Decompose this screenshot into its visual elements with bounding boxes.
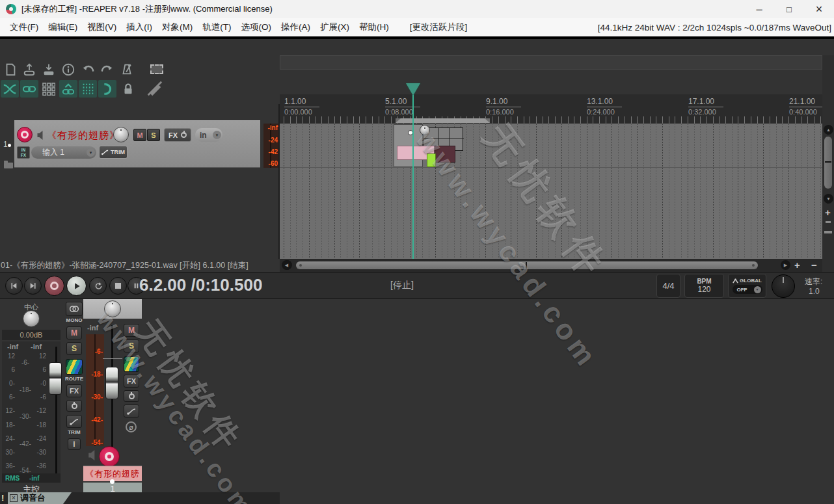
menu-extensions[interactable]: 扩展(X): [320, 21, 349, 33]
hscroll-thumb[interactable]: [296, 261, 758, 269]
transport-position[interactable]: 6.2.00 /0:10.500: [139, 275, 262, 295]
notification-warning[interactable]: !: [1, 493, 4, 503]
save-project-button[interactable]: [40, 60, 58, 78]
arrange-view[interactable]: [280, 124, 822, 259]
close-button[interactable]: ×: [804, 0, 834, 18]
scroll-right-button[interactable]: ▶: [781, 260, 790, 270]
solo-button[interactable]: S: [147, 129, 160, 141]
track-meter[interactable]: -inf -24 -42 -60: [263, 124, 278, 168]
master-mute-button[interactable]: M: [66, 326, 82, 339]
redo-button[interactable]: [98, 60, 116, 78]
stop-button[interactable]: [109, 277, 127, 295]
track-solo-button[interactable]: S: [124, 339, 139, 352]
track-fx-power-button[interactable]: [124, 390, 139, 402]
maximize-button[interactable]: □: [774, 0, 804, 18]
project-settings-button[interactable]: [59, 60, 77, 78]
menu-edit[interactable]: 编辑(E): [48, 21, 77, 33]
speaker-icon[interactable]: [87, 450, 98, 460]
loop-selection[interactable]: [396, 118, 490, 123]
scroll-down-button[interactable]: ▼: [824, 194, 833, 204]
track-route-button[interactable]: [124, 356, 139, 372]
track-fader[interactable]: [105, 367, 118, 399]
global-automation-button[interactable]: GLOBAL OFF ▼: [728, 274, 766, 298]
master-route-button[interactable]: [66, 359, 83, 375]
zoom-out-button[interactable]: −: [811, 259, 817, 271]
track-mute-button[interactable]: M: [124, 324, 139, 337]
audio-device-status[interactable]: [44.1kHz 24bit WAV : 2/2ch 1024spls ~0.0…: [598, 23, 831, 33]
draw-disabled-button[interactable]: [145, 79, 163, 96]
global-off-dropdown[interactable]: OFF ▼: [733, 285, 762, 294]
grid-dots-button[interactable]: [40, 80, 58, 98]
go-to-start-button[interactable]: [5, 277, 23, 295]
vscroll-thumb[interactable]: [824, 137, 832, 189]
marquee-select-button[interactable]: [148, 60, 166, 78]
pan-knob[interactable]: [113, 127, 129, 142]
fx-power-icon[interactable]: [181, 132, 187, 138]
rate-value[interactable]: 1.0: [809, 287, 820, 296]
minimize-button[interactable]: ─: [744, 0, 774, 18]
track-envelope-button[interactable]: [124, 405, 139, 418]
menu-insert[interactable]: 插入(I): [126, 21, 152, 33]
new-project-button[interactable]: [1, 60, 20, 78]
fx-button[interactable]: FX: [164, 128, 191, 142]
master-fx-button[interactable]: FX: [66, 384, 82, 397]
speaker-icon[interactable]: [36, 131, 46, 140]
vertical-scrollbar[interactable]: ▲ ▼ +: [822, 55, 834, 272]
record-button[interactable]: [44, 276, 64, 296]
track-record-arm-button[interactable]: [99, 446, 120, 467]
timeline-ruler[interactable]: 1.1.000:00.000 5.1.000:08.000 9.1.000:16…: [280, 94, 822, 124]
track-pan-knob[interactable]: [104, 300, 121, 317]
master-volume-readout[interactable]: 0.00dB: [2, 330, 61, 340]
folder-icon[interactable]: [4, 163, 13, 168]
track-fx-button[interactable]: FX: [124, 375, 139, 388]
master-info-button[interactable]: i: [68, 438, 81, 450]
track-select-dot[interactable]: [8, 144, 11, 147]
ripple-edit-button[interactable]: [59, 80, 77, 98]
lock-toggle-button[interactable]: [119, 80, 137, 98]
master-solo-button[interactable]: S: [66, 342, 82, 355]
media-item[interactable]: [427, 153, 436, 167]
master-mono-button[interactable]: [66, 302, 83, 316]
menu-file[interactable]: 文件(F): [10, 21, 38, 33]
bpm-button[interactable]: BPM 120: [684, 274, 724, 298]
loop-start-handle[interactable]: [396, 118, 401, 123]
open-project-button[interactable]: [20, 60, 38, 78]
playrate-knob[interactable]: [772, 274, 795, 298]
undo-button[interactable]: [79, 60, 97, 78]
master-envelope-button[interactable]: [66, 415, 82, 428]
media-item[interactable]: [435, 146, 455, 163]
horizontal-scrollbar[interactable]: ◀ ▶ + −: [280, 259, 822, 272]
track-1-panel[interactable]: 《有形的翅膀》 M S FX in ▼ INFX 输入 1 ▼: [14, 120, 260, 168]
dock-close-icon[interactable]: ×: [10, 494, 18, 502]
menu-help[interactable]: 帮助(H): [359, 21, 389, 33]
track-phase-button[interactable]: ø: [126, 421, 137, 432]
vzoom-out-small-button[interactable]: [826, 221, 831, 223]
input-monitor-button[interactable]: in ▼: [195, 128, 222, 142]
zoom-in-button[interactable]: +: [794, 259, 800, 271]
repeat-button[interactable]: [89, 277, 107, 295]
grid-lines-toggle-button[interactable]: [79, 80, 97, 98]
menu-view[interactable]: 视图(V): [87, 21, 116, 33]
play-button[interactable]: [66, 276, 87, 296]
loop-end-handle[interactable]: [485, 118, 490, 123]
menu-track[interactable]: 轨道(T): [202, 21, 231, 33]
panel-collapse-button[interactable]: ◀: [282, 260, 291, 270]
vzoom-in-button[interactable]: +: [825, 207, 831, 218]
mixer-dock-tab[interactable]: × 调音台: [8, 492, 72, 504]
item-volume-knob[interactable]: [420, 125, 430, 135]
record-arm-button[interactable]: [17, 127, 33, 142]
master-fader[interactable]: [49, 362, 62, 395]
crossfade-toggle-button[interactable]: [1, 80, 19, 98]
menu-options[interactable]: 选项(O): [241, 21, 272, 33]
input-fx-button[interactable]: INFX: [17, 146, 30, 159]
mute-button[interactable]: M: [133, 129, 146, 141]
snap-toggle-button[interactable]: [98, 80, 116, 98]
go-to-end-button[interactable]: [24, 277, 42, 295]
metronome-button[interactable]: [118, 60, 136, 78]
input-select-dropdown[interactable]: 输入 1 ▼: [31, 146, 96, 159]
scroll-up-button[interactable]: ▲: [824, 125, 833, 135]
trim-envelope-button[interactable]: TRIM: [99, 146, 128, 159]
item-grouping-button[interactable]: [20, 80, 38, 98]
track-select-dot[interactable]: [110, 479, 114, 484]
edit-cursor-marker[interactable]: [406, 83, 420, 96]
